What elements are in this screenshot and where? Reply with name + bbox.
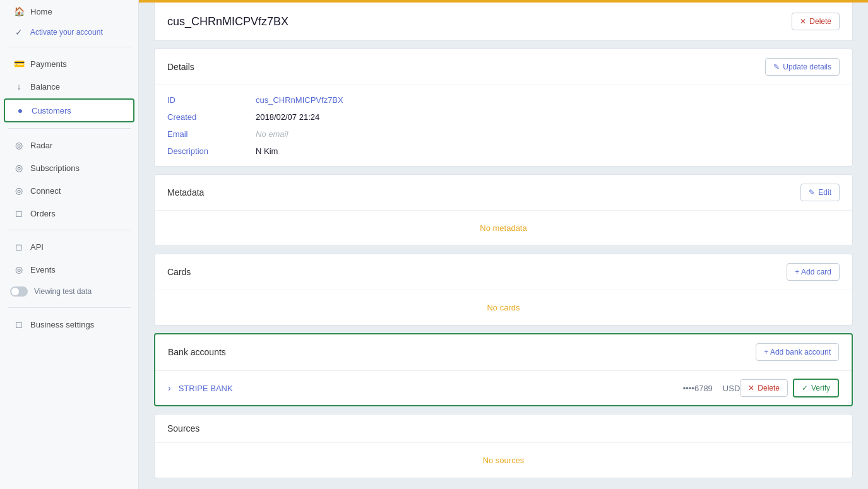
bank-actions: ✕ Delete ✓ Verify	[740, 379, 839, 398]
sidebar-label-payments: Payments	[30, 59, 67, 69]
sidebar-label-subscriptions: Subscriptions	[30, 163, 80, 173]
sidebar-label-api: API	[30, 242, 44, 252]
sidebar-item-subscriptions[interactable]: ◎ Subscriptions	[4, 157, 134, 179]
sidebar-item-home[interactable]: 🏠 Home	[4, 1, 134, 22]
sidebar-item-api[interactable]: ◻ API	[4, 236, 134, 257]
add-bank-account-label: + Add bank account	[764, 348, 831, 356]
sources-title: Sources	[167, 423, 199, 433]
sidebar-label-home: Home	[30, 7, 52, 16]
metadata-header: Metadata ✎ Edit	[155, 175, 852, 211]
sidebar-label-orders: Orders	[30, 209, 56, 218]
sidebar-label-events: Events	[30, 265, 56, 274]
customers-icon: ●	[15, 105, 25, 115]
add-card-button[interactable]: + Add card	[787, 263, 840, 281]
add-card-label: + Add card	[795, 268, 831, 276]
sidebar-divider-3	[8, 230, 131, 230]
top-bar	[139, 0, 868, 3]
details-body: ID cus_CHRnMICPVfz7BX Created 2018/02/07…	[155, 85, 852, 166]
page-header: cus_CHRnMICPVfz7BX ✕ Delete	[154, 3, 853, 41]
sidebar: 🏠 Home ✓ Activate your account 💳 Payment…	[0, 0, 139, 489]
description-label: Description	[167, 146, 256, 156]
id-label: ID	[167, 95, 256, 105]
cards-section: Cards + Add card No cards	[154, 254, 853, 326]
metadata-empty: No metadata	[155, 211, 852, 245]
api-icon: ◻	[14, 242, 24, 252]
sidebar-divider-2	[8, 128, 131, 129]
sources-section: Sources No sources	[154, 414, 853, 478]
connect-icon: ◎	[14, 186, 24, 196]
sidebar-label-radar: Radar	[30, 141, 52, 150]
sidebar-divider-1	[8, 47, 131, 47]
sidebar-item-activate[interactable]: ✓ Activate your account	[4, 23, 134, 41]
sidebar-item-connect[interactable]: ◎ Connect	[4, 180, 134, 201]
balance-icon: ↓	[14, 81, 24, 91]
sidebar-divider-4	[8, 307, 131, 308]
sidebar-label-activate: Activate your account	[30, 28, 103, 37]
bank-currency: USD	[723, 384, 740, 393]
no-metadata-text: No metadata	[480, 223, 526, 233]
update-details-label: Update details	[783, 62, 831, 71]
delete-x-icon: ✕	[800, 17, 806, 26]
sidebar-item-customers[interactable]: ● Customers	[4, 98, 134, 122]
add-bank-account-button[interactable]: + Add bank account	[756, 343, 839, 361]
sidebar-item-business-settings[interactable]: ◻ Business settings	[4, 314, 134, 335]
payments-icon: 💳	[14, 59, 24, 69]
update-details-button[interactable]: ✎ Update details	[765, 58, 840, 76]
bank-name: STRIPE BANK	[179, 384, 683, 393]
home-icon: 🏠	[14, 6, 24, 16]
no-sources-text: No sources	[483, 456, 525, 465]
delete-bank-button[interactable]: ✕ Delete	[740, 379, 788, 397]
delete-bank-label: Delete	[758, 384, 780, 392]
subscriptions-icon: ◎	[14, 163, 24, 173]
edit-icon: ✎	[773, 62, 780, 71]
sources-header: Sources	[155, 415, 852, 443]
edit-metadata-label: Edit	[818, 188, 831, 197]
sidebar-item-radar[interactable]: ◎ Radar	[4, 134, 134, 156]
toggle-label: Viewing test data	[34, 287, 92, 296]
bank-chevron-icon: ›	[168, 383, 171, 393]
email-label: Email	[167, 129, 256, 139]
pencil-icon: ✎	[809, 188, 815, 197]
created-value: 2018/02/07 21:24	[256, 112, 840, 122]
sidebar-item-orders[interactable]: ◻ Orders	[4, 203, 134, 224]
bank-accounts-title: Bank accounts	[168, 347, 226, 357]
cards-header: Cards + Add card	[155, 254, 852, 290]
sidebar-item-balance[interactable]: ↓ Balance	[4, 76, 134, 97]
toggle-switch[interactable]	[10, 286, 28, 297]
bank-account-row[interactable]: › STRIPE BANK ••••6789 USD ✕ Delete ✓ Ve…	[155, 370, 852, 405]
bank-last4: ••••6789	[683, 384, 713, 393]
sidebar-label-business-settings: Business settings	[30, 320, 94, 329]
page-title: cus_CHRnMICPVfz7BX	[167, 15, 288, 28]
details-grid: ID cus_CHRnMICPVfz7BX Created 2018/02/07…	[167, 95, 840, 156]
cards-empty: No cards	[155, 290, 852, 325]
radar-icon: ◎	[14, 140, 24, 150]
edit-metadata-button[interactable]: ✎ Edit	[800, 184, 840, 201]
created-label: Created	[167, 112, 256, 122]
sources-empty: No sources	[155, 443, 852, 478]
delete-label: Delete	[809, 17, 831, 26]
cards-title: Cards	[167, 267, 191, 277]
bank-accounts-section: Bank accounts + Add bank account › STRIP…	[154, 333, 853, 406]
description-value: N Kim	[256, 146, 840, 156]
delete-customer-button[interactable]: ✕ Delete	[792, 13, 840, 30]
sidebar-label-connect: Connect	[30, 186, 61, 196]
delete-bank-x-icon: ✕	[748, 384, 754, 392]
sidebar-label-customers: Customers	[32, 106, 71, 115]
no-cards-text: No cards	[487, 303, 520, 312]
metadata-title: Metadata	[167, 187, 204, 197]
metadata-section: Metadata ✎ Edit No metadata	[154, 174, 853, 246]
check-icon: ✓	[14, 27, 24, 37]
sidebar-label-balance: Balance	[30, 82, 60, 91]
details-section: Details ✎ Update details ID cus_CHRnMICP…	[154, 49, 853, 167]
details-title: Details	[167, 62, 194, 72]
sidebar-item-payments[interactable]: 💳 Payments	[4, 53, 134, 74]
email-value: No email	[256, 129, 840, 139]
sidebar-item-events[interactable]: ◎ Events	[4, 259, 134, 280]
verify-bank-label: Verify	[811, 384, 830, 392]
events-icon: ◎	[14, 264, 24, 274]
test-data-toggle[interactable]: Viewing test data	[0, 281, 138, 302]
verify-bank-button[interactable]: ✓ Verify	[793, 379, 839, 398]
orders-icon: ◻	[14, 208, 24, 218]
verify-check-icon: ✓	[802, 384, 808, 392]
id-value[interactable]: cus_CHRnMICPVfz7BX	[256, 95, 840, 105]
